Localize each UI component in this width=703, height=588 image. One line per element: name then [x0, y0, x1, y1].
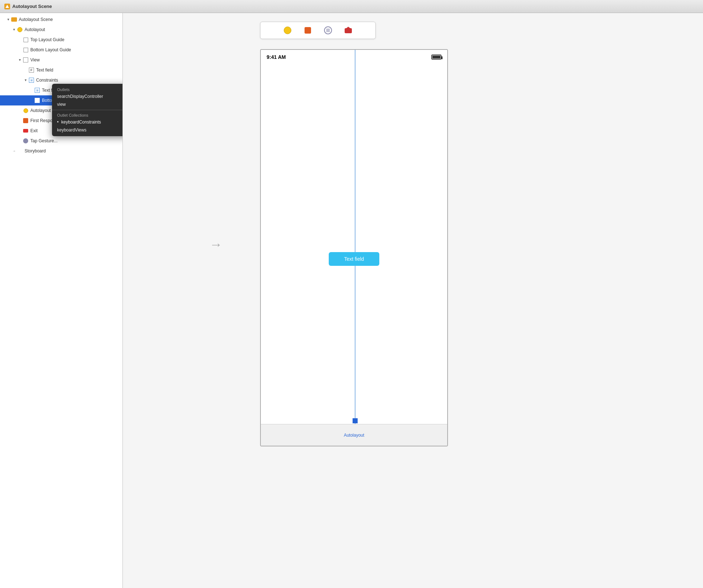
gray-circle-icon	[22, 138, 29, 144]
red-rect-icon	[22, 128, 29, 134]
chevron-icon: ▼	[6, 18, 11, 21]
svg-marker-6	[345, 27, 351, 29]
canvas-area: → 9:41 AM Text field Autolayout	[123, 13, 703, 588]
outlet-collections-title: Outlet Collections	[52, 112, 123, 118]
chevron-icon	[23, 68, 28, 72]
bullet-icon: •	[57, 120, 59, 125]
sidebar-item-tap-gesture[interactable]: Tap Gesture...	[0, 136, 122, 146]
f-icon: F	[28, 67, 35, 73]
sidebar-item-text-field[interactable]: F Text field	[0, 65, 122, 75]
svg-point-1	[284, 27, 291, 34]
yellow-circle-icon	[17, 27, 23, 33]
sidebar-label: Storyboard	[25, 148, 46, 154]
sidebar-item-storyboard[interactable]: → Storyboard	[0, 146, 122, 156]
status-time: 9:41 AM	[267, 54, 286, 60]
sidebar-label: Autolayout	[25, 27, 45, 32]
chevron-icon	[17, 38, 22, 42]
chevron-icon: ▼	[23, 78, 28, 82]
orange-cube-icon	[22, 118, 29, 124]
sidebar-label: Bottom Layout Guide	[30, 47, 71, 52]
chevron-icon: ▼	[12, 28, 17, 31]
text-field-label: Text field	[344, 256, 364, 262]
constraint-icon: ⊞	[28, 77, 35, 83]
chevron-icon	[17, 119, 22, 122]
sidebar: ▼ Autolayout Scene ▼ Autolayout Top Layo…	[0, 13, 123, 588]
popup-item-search-display[interactable]: searchDisplayController	[52, 92, 123, 100]
arrow-icon: →	[12, 149, 17, 153]
anchor-square	[353, 418, 358, 423]
popup-divider	[52, 110, 123, 110]
chevron-icon	[17, 139, 22, 143]
folder-icon	[11, 17, 17, 22]
status-bar: 9:41 AM	[261, 50, 447, 64]
bottom-bar-label: Autolayout	[344, 433, 365, 438]
chevron-icon: ▼	[17, 58, 22, 62]
sidebar-label: Autolayout Scene	[19, 17, 53, 22]
orange-cube-toolbar-btn[interactable]	[302, 25, 314, 36]
title-bar-text: Autolayout Scene	[12, 4, 52, 9]
text-field-element[interactable]: Text field	[329, 252, 379, 266]
sidebar-item-view[interactable]: ▼ View	[0, 55, 122, 65]
connector-arrow: →	[210, 237, 223, 252]
battery-icon	[431, 55, 441, 60]
sidebar-label: Exit	[30, 128, 38, 133]
sidebar-item-autolayout-scene[interactable]: ▼ Autolayout Scene	[0, 14, 122, 25]
sidebar-label: View	[30, 57, 40, 62]
popup-item-view[interactable]: view	[52, 100, 123, 108]
white-square-icon	[22, 47, 29, 53]
constraint-vertical-line	[355, 50, 355, 446]
outlets-section-title: Outlets	[52, 86, 123, 92]
popup-item-keyboard-views[interactable]: keyboardViews	[52, 126, 123, 134]
ios-device-frame: 9:41 AM Text field Autolayout	[260, 49, 448, 446]
sidebar-label: Constraints	[36, 78, 58, 83]
svg-marker-0	[5, 5, 9, 8]
gray-square-toolbar-btn[interactable]	[322, 25, 334, 36]
constraint-icon: ⊞	[34, 98, 40, 103]
chevron-icon	[29, 99, 34, 102]
sidebar-label: Tap Gesture...	[30, 138, 57, 143]
constraint-icon: ⊞	[34, 87, 40, 93]
svg-rect-5	[345, 28, 352, 33]
project-icon	[4, 4, 10, 9]
sidebar-label: Text field	[36, 68, 53, 73]
sidebar-item-top-layout-guide[interactable]: Top Layout Guide	[0, 35, 122, 45]
object-library-toolbar	[260, 22, 376, 39]
yellow-circle-icon	[22, 108, 29, 113]
device-bottom-bar: Autolayout	[261, 424, 447, 446]
storyboard-icon	[17, 148, 23, 154]
sidebar-item-autolayout[interactable]: ▼ Autolayout	[0, 25, 122, 35]
red-rect-toolbar-btn[interactable]	[342, 25, 354, 36]
title-bar: Autolayout Scene	[0, 0, 703, 13]
chevron-icon	[17, 129, 22, 133]
chevron-icon	[17, 48, 22, 52]
white-square-icon	[22, 37, 29, 43]
popup-menu: Outlets searchDisplayController view Out…	[52, 84, 123, 136]
chevron-icon	[29, 88, 34, 92]
svg-rect-4	[326, 29, 330, 32]
sidebar-label: Autolayout	[30, 108, 51, 113]
view-icon	[22, 57, 29, 63]
main-area: ▼ Autolayout Scene ▼ Autolayout Top Layo…	[0, 13, 703, 588]
sidebar-label: Top Layout Guide	[30, 37, 64, 42]
svg-rect-2	[305, 27, 311, 34]
yellow-circle-toolbar-btn[interactable]	[282, 25, 293, 36]
chevron-icon	[17, 109, 22, 112]
sidebar-item-bottom-layout-guide[interactable]: Bottom Layout Guide	[0, 45, 122, 55]
popup-item-keyboard-constraints[interactable]: • keyboardConstraints	[52, 118, 123, 126]
